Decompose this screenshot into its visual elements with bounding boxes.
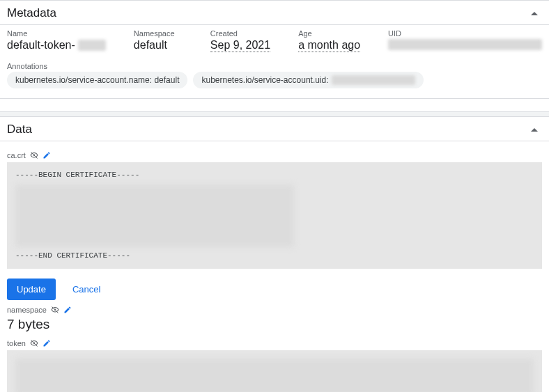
data-header[interactable]: Data xyxy=(0,117,549,141)
data-key-token: token xyxy=(7,339,542,347)
data-key-label: namespace xyxy=(7,306,47,314)
field-namespace: Namespace default xyxy=(134,29,183,52)
data-key-namespace: namespace xyxy=(7,306,542,314)
data-card: Data ca.crt -----BEGIN CERTIFICATE----- … xyxy=(0,117,549,392)
pencil-icon[interactable] xyxy=(42,339,51,347)
redacted-text xyxy=(15,359,534,392)
annotations-chips: kubernetes.io/service-account.name: defa… xyxy=(7,72,542,88)
name-value: default-token- xyxy=(7,39,106,52)
data-key-label: token xyxy=(7,339,26,347)
redacted-text xyxy=(388,39,542,50)
created-label: Created xyxy=(210,29,270,38)
data-body: ca.crt -----BEGIN CERTIFICATE----- -----… xyxy=(0,141,549,392)
redacted-text xyxy=(78,40,106,51)
annotation-chip[interactable]: kubernetes.io/service-account.name: defa… xyxy=(7,72,187,88)
data-key-cacrt: ca.crt xyxy=(7,151,542,159)
pencil-icon[interactable] xyxy=(63,306,72,314)
annotation-chip[interactable]: kubernetes.io/service-account.uid: xyxy=(193,72,423,88)
field-created: Created Sep 9, 2021 xyxy=(210,29,270,52)
namespace-value: default xyxy=(134,39,183,52)
age-label: Age xyxy=(298,29,360,38)
created-value: Sep 9, 2021 xyxy=(210,39,270,52)
namespace-label: Namespace xyxy=(134,29,183,38)
uid-label: UID xyxy=(388,29,542,38)
eye-hide-icon[interactable] xyxy=(30,339,38,347)
metadata-body: Name default-token- Namespace default Cr… xyxy=(0,25,549,98)
pencil-icon[interactable] xyxy=(42,151,51,159)
redacted-text xyxy=(15,185,294,247)
namespace-bytes-value: 7 bytes xyxy=(7,317,542,332)
section-divider xyxy=(0,111,549,117)
metadata-fields-row: Name default-token- Namespace default Cr… xyxy=(7,29,542,52)
uid-value xyxy=(388,39,542,50)
metadata-card: Metadata Name default-token- Namespace d… xyxy=(0,0,549,99)
data-key-label: ca.crt xyxy=(7,151,26,159)
redacted-text xyxy=(332,75,415,85)
field-uid: UID xyxy=(388,29,542,52)
field-annotations: Annotations kubernetes.io/service-accoun… xyxy=(7,62,542,88)
eye-hide-icon[interactable] xyxy=(51,306,59,314)
cancel-button[interactable]: Cancel xyxy=(68,283,105,295)
update-button[interactable]: Update xyxy=(7,279,56,300)
age-value: a month ago xyxy=(298,39,360,52)
token-code-block[interactable] xyxy=(7,350,542,392)
collapse-up-icon[interactable] xyxy=(531,12,538,15)
field-name: Name default-token- xyxy=(7,29,106,52)
cacrt-actions: Update Cancel xyxy=(7,279,542,300)
collapse-up-icon[interactable] xyxy=(531,128,538,132)
eye-hide-icon[interactable] xyxy=(30,151,38,159)
data-title: Data xyxy=(7,123,32,136)
metadata-header[interactable]: Metadata xyxy=(0,1,549,25)
metadata-title: Metadata xyxy=(7,6,56,20)
name-label: Name xyxy=(7,29,106,38)
cacrt-code-block[interactable]: -----BEGIN CERTIFICATE----- -----END CER… xyxy=(7,162,542,269)
annotations-label: Annotations xyxy=(7,62,542,70)
field-age: Age a month ago xyxy=(298,29,360,52)
